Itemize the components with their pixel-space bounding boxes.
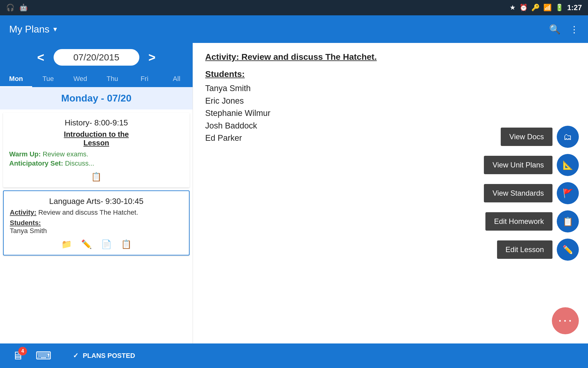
action-buttons-panel: View Docs 🗂 View Unit Plans 📐 View Stand… [472, 43, 588, 343]
status-bar: 🎧 🤖 ★ ⏰ 🔑 📶 🔋 1:27 [0, 0, 588, 15]
plans-posted-status: ✓ PLANS POSTED [73, 352, 135, 360]
tab-mon[interactable]: Mon [0, 71, 32, 87]
detail-activity: Activity: Review and discuss The Hatchet… [205, 52, 459, 62]
edit-lesson-circle-button[interactable]: ✏️ [557, 239, 579, 261]
dropdown-icon[interactable]: ▾ [53, 25, 57, 33]
app-bar-actions: 🔍 ⋮ [549, 24, 579, 35]
detail-student-4: Josh Baddock [205, 120, 459, 132]
edit-homework-circle-button[interactable]: 📋 [557, 210, 579, 232]
lesson-time-history: History- 8:00-9:15 [9, 118, 183, 128]
view-docs-circle-button[interactable]: 🗂 [557, 126, 579, 148]
lesson-anticipatory: Anticipatory Set: Discuss... [9, 159, 183, 167]
flag-icon: 🚩 [563, 188, 573, 198]
right-panel: Activity: Review and discuss The Hatchet… [193, 43, 588, 343]
wifi-icon: 📶 [543, 4, 552, 12]
edit-icon-la[interactable]: ✏️ [81, 239, 92, 249]
lesson-card-history-icons: 📋 [9, 172, 183, 182]
star-icon: ★ [510, 4, 516, 12]
keyboard-icon[interactable]: ⌨ [36, 349, 51, 362]
detail-student-2: Eric Jones [205, 95, 459, 107]
detail-student-3: Stephanie Wilmur [205, 107, 459, 120]
lesson-students-label-la: Students: [10, 219, 183, 227]
status-time: 1:27 [567, 3, 582, 12]
clipboard-check-icon: 📋 [563, 217, 573, 227]
pencil-icon: ✏️ [563, 245, 573, 255]
docs-icon-la[interactable]: 📄 [101, 239, 112, 249]
search-icon[interactable]: 🔍 [549, 24, 560, 35]
ellipsis-icon: • • • [559, 317, 572, 324]
notification-badge: 4 [18, 347, 27, 355]
plans-posted-text: PLANS POSTED [83, 352, 135, 359]
detail-content: Activity: Review and discuss The Hatchet… [205, 52, 459, 144]
folder-icon-la[interactable]: 📁 [61, 239, 72, 249]
lesson-time-language-arts: Language Arts- 9:30-10:45 [10, 197, 183, 206]
battery-icon: 🔋 [555, 4, 564, 12]
prev-date-button[interactable]: < [34, 51, 47, 64]
alarm-icon: ⏰ [519, 4, 528, 12]
day-header: Monday - 07/20 [0, 87, 193, 109]
lesson-student-tanya: Tanya Smith [10, 227, 183, 235]
lesson-title-history: Introduction to theLesson [9, 130, 183, 147]
clipboard-icon-la[interactable]: 📋 [121, 239, 132, 249]
detail-students-label: Students: [205, 69, 459, 79]
headset-icon: 🎧 [6, 4, 14, 12]
status-bar-right: ★ ⏰ 🔑 📶 🔋 1:27 [510, 3, 582, 12]
date-navigation: < 07/20/2015 > Mon Tue Wed Thu Fri All [0, 43, 193, 87]
more-options-icon[interactable]: ⋮ [570, 24, 579, 35]
view-standards-row: View Standards 🚩 [481, 182, 579, 204]
left-panel: < 07/20/2015 > Mon Tue Wed Thu Fri All M… [0, 43, 193, 343]
lesson-card-la-icons: 📁 ✏️ 📄 📋 [10, 239, 183, 249]
view-docs-row: View Docs 🗂 [481, 126, 579, 148]
screen-with-badge[interactable]: 🖥 4 [12, 349, 23, 362]
date-nav-row: < 07/20/2015 > [34, 49, 159, 66]
current-date[interactable]: 07/20/2015 [54, 49, 139, 66]
edit-lesson-button[interactable]: Edit Lesson [497, 240, 552, 259]
app-title: My Plans [9, 24, 50, 35]
detail-student-1: Tanya Smith [205, 82, 459, 95]
view-standards-button[interactable]: View Standards [484, 184, 552, 202]
lesson-card-history[interactable]: History- 8:00-9:15 Introduction to theLe… [3, 113, 190, 187]
edit-homework-row: Edit Homework 📋 [481, 210, 579, 232]
lesson-card-language-arts[interactable]: Language Arts- 9:30-10:45 Activity: Revi… [3, 190, 190, 255]
lessons-list: History- 8:00-9:15 Introduction to theLe… [0, 109, 193, 343]
view-unit-plans-row: View Unit Plans 📐 [481, 154, 579, 176]
fab-more-button[interactable]: • • • [552, 307, 579, 334]
tab-wed[interactable]: Wed [64, 71, 96, 87]
app-bar-title-group: My Plans ▾ [9, 24, 57, 35]
edit-lesson-row: Edit Lesson ✏️ [481, 239, 579, 261]
view-unit-plans-button[interactable]: View Unit Plans [484, 156, 552, 174]
detail-student-5: Ed Parker [205, 132, 459, 144]
edit-homework-button[interactable]: Edit Homework [485, 212, 552, 231]
tab-fri[interactable]: Fri [128, 71, 160, 87]
next-date-button[interactable]: > [145, 51, 159, 64]
day-tabs: Mon Tue Wed Thu Fri All [0, 71, 193, 87]
view-docs-button[interactable]: View Docs [501, 128, 552, 146]
app-bar: My Plans ▾ 🔍 ⋮ [0, 15, 588, 43]
key-icon: 🔑 [531, 4, 540, 12]
view-unit-plans-circle-button[interactable]: 📐 [557, 154, 579, 176]
lesson-activity-la: Activity: Review and discuss The Hatchet… [10, 209, 183, 217]
status-bar-left: 🎧 🤖 [6, 4, 28, 12]
main-content: < 07/20/2015 > Mon Tue Wed Thu Fri All M… [0, 43, 588, 343]
clipboard-icon-history[interactable]: 📋 [91, 172, 102, 182]
tab-all[interactable]: All [160, 71, 193, 87]
lesson-warmup: Warm Up: Review exams. [9, 150, 183, 158]
view-standards-circle-button[interactable]: 🚩 [557, 182, 579, 204]
ruler-pencil-icon: 📐 [563, 160, 573, 170]
checkmark-icon: ✓ [73, 352, 78, 359]
bottom-bar: 🖥 4 ⌨ ✓ PLANS POSTED [0, 343, 588, 368]
folder-icon: 🗂 [564, 132, 572, 142]
tab-thu[interactable]: Thu [96, 71, 128, 87]
tab-tue[interactable]: Tue [32, 71, 64, 87]
android-icon: 🤖 [19, 4, 28, 12]
